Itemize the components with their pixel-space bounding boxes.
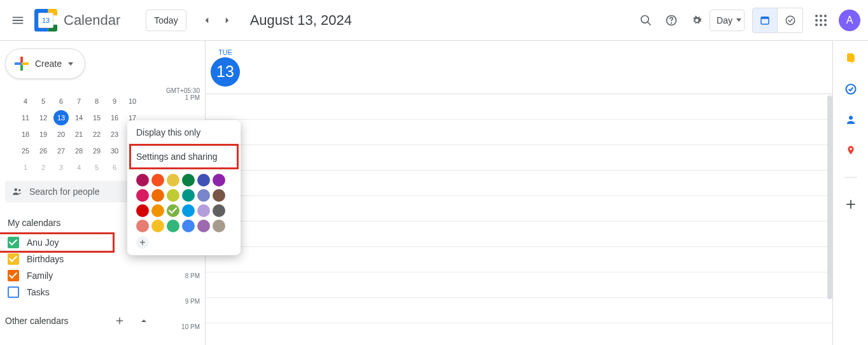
mini-calendar-day[interactable]: 28 xyxy=(71,143,87,158)
google-apps-button[interactable] xyxy=(808,8,834,33)
today-button[interactable]: Today xyxy=(146,10,186,31)
color-swatch[interactable] xyxy=(197,189,210,202)
mini-calendar-day[interactable]: 5 xyxy=(36,94,51,109)
color-swatch[interactable] xyxy=(213,189,225,202)
mini-calendar-day[interactable]: 30 xyxy=(107,143,122,158)
next-day-button[interactable] xyxy=(217,8,237,33)
hour-slot[interactable] xyxy=(206,94,832,120)
keep-icon[interactable] xyxy=(844,52,857,65)
hour-slot[interactable] xyxy=(206,196,832,222)
color-swatch[interactable] xyxy=(151,204,164,217)
mini-calendar-day[interactable]: 25 xyxy=(18,143,33,158)
hour-slot[interactable] xyxy=(206,145,832,171)
hour-slot[interactable] xyxy=(206,171,832,196)
color-swatch[interactable] xyxy=(182,220,195,232)
mini-calendar-day[interactable]: 18 xyxy=(18,127,33,142)
mini-calendar-day[interactable]: 23 xyxy=(107,127,122,142)
tasks-tab[interactable] xyxy=(778,8,803,33)
color-swatch[interactable] xyxy=(136,204,149,217)
contacts-icon[interactable] xyxy=(844,113,857,126)
hour-slot[interactable] xyxy=(206,120,832,145)
display-this-only-item[interactable]: Display this only xyxy=(127,120,241,144)
mini-calendar-day[interactable]: 5 xyxy=(89,160,104,175)
hour-slot[interactable] xyxy=(206,298,832,323)
settings-and-sharing-item[interactable]: Settings and sharing xyxy=(127,144,241,169)
collapse-other-calendars-button[interactable] xyxy=(135,312,153,330)
color-swatch[interactable] xyxy=(197,204,210,217)
mini-calendar-day[interactable]: 22 xyxy=(89,127,104,142)
mini-calendar-day[interactable]: 29 xyxy=(89,143,104,158)
calendar-tab[interactable] xyxy=(752,8,778,33)
mini-calendar-day[interactable]: 26 xyxy=(36,143,51,158)
scrollbar[interactable] xyxy=(827,95,832,299)
calendar-checkbox[interactable] xyxy=(8,286,19,298)
color-swatch[interactable] xyxy=(213,220,225,232)
calendar-checkbox[interactable] xyxy=(8,237,19,248)
hour-grid[interactable] xyxy=(206,94,832,345)
get-addons-button[interactable] xyxy=(844,198,857,211)
hour-slot[interactable] xyxy=(206,323,832,345)
search-button[interactable] xyxy=(633,8,659,33)
color-swatch[interactable] xyxy=(213,174,225,187)
add-other-calendar-button[interactable] xyxy=(111,312,129,330)
color-swatch[interactable] xyxy=(213,204,225,217)
mini-calendar-day[interactable]: 13 xyxy=(53,110,69,125)
view-switcher[interactable]: Day xyxy=(710,10,745,31)
color-swatch[interactable] xyxy=(136,220,149,232)
color-swatch[interactable] xyxy=(151,189,164,202)
mini-calendar-day[interactable]: 1 xyxy=(18,160,33,175)
color-swatch[interactable] xyxy=(167,174,179,187)
mini-calendar-day[interactable]: 14 xyxy=(71,110,87,125)
color-swatch[interactable] xyxy=(151,220,164,232)
color-swatch[interactable] xyxy=(182,189,195,202)
main-menu-button[interactable] xyxy=(5,8,31,33)
mini-calendar-day[interactable]: 3 xyxy=(53,160,69,175)
hour-slot[interactable] xyxy=(206,247,832,272)
color-swatch[interactable] xyxy=(182,204,195,217)
mini-calendar-day[interactable]: 2 xyxy=(36,160,51,175)
mini-calendar-day[interactable]: 19 xyxy=(36,127,51,142)
mini-calendar-day[interactable]: 6 xyxy=(107,160,122,175)
color-swatch[interactable] xyxy=(136,174,149,187)
tasks-icon[interactable] xyxy=(844,83,857,95)
color-swatch[interactable] xyxy=(151,174,164,187)
calendar-list-item[interactable]: Tasks xyxy=(5,284,153,300)
mini-calendar-day[interactable]: 15 xyxy=(89,110,104,125)
mini-calendar-day[interactable]: 16 xyxy=(107,110,122,125)
mini-calendar-day[interactable]: 10 xyxy=(125,94,140,109)
mini-calendar-day[interactable]: 6 xyxy=(53,94,69,109)
prev-day-button[interactable] xyxy=(197,8,217,33)
mini-calendar-day[interactable]: 12 xyxy=(36,110,51,125)
color-swatch[interactable] xyxy=(167,204,179,217)
color-swatch[interactable] xyxy=(182,174,195,187)
day-column-header[interactable]: TUE 13 xyxy=(206,41,832,94)
support-button[interactable] xyxy=(659,8,684,33)
mini-calendar-day[interactable]: 20 xyxy=(53,127,69,142)
calendar-logo: 13 xyxy=(33,8,59,33)
mini-calendar-day[interactable]: 9 xyxy=(107,94,122,109)
mini-calendar-day[interactable]: 27 xyxy=(53,143,69,158)
color-swatch[interactable] xyxy=(167,220,179,232)
hour-slot[interactable] xyxy=(206,272,832,298)
color-swatch[interactable] xyxy=(197,174,210,187)
calendar-checkbox[interactable] xyxy=(8,253,19,265)
color-swatch[interactable] xyxy=(197,220,210,232)
settings-button[interactable] xyxy=(684,8,710,33)
account-avatar[interactable]: A xyxy=(839,10,860,31)
calendar-list-item[interactable]: Family xyxy=(5,267,153,284)
mini-calendar-day[interactable]: 4 xyxy=(18,94,33,109)
mini-calendar-day[interactable]: 7 xyxy=(71,94,87,109)
color-swatch[interactable] xyxy=(167,189,179,202)
mini-calendar-day[interactable]: 11 xyxy=(18,110,33,125)
mini-calendar-day[interactable]: 21 xyxy=(71,127,87,142)
hour-slot[interactable] xyxy=(206,222,832,247)
add-custom-color-button[interactable]: + xyxy=(136,236,149,249)
mini-calendar-day[interactable]: 4 xyxy=(71,160,87,175)
maps-icon[interactable] xyxy=(844,144,857,157)
calendar-checkbox[interactable] xyxy=(8,270,19,281)
people-icon xyxy=(11,186,23,197)
mini-calendar-day[interactable]: 8 xyxy=(89,94,104,109)
color-swatch[interactable] xyxy=(136,189,149,202)
other-calendars-heading[interactable]: Other calendars xyxy=(5,316,69,326)
create-button[interactable]: Create xyxy=(5,48,85,79)
